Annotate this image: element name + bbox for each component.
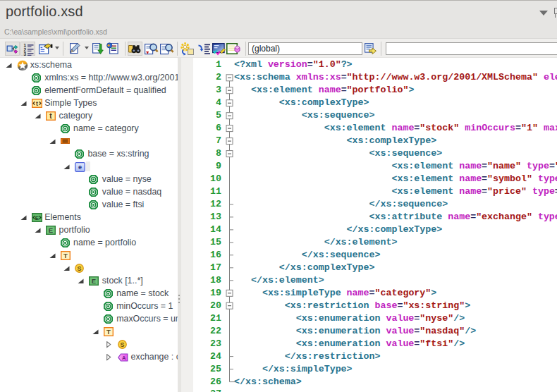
svg-text:e: e	[78, 164, 82, 171]
svg-text:t: t	[36, 100, 38, 107]
svg-text:E: E	[35, 215, 39, 221]
svg-text:T: T	[63, 252, 68, 259]
svg-text:E: E	[92, 277, 96, 285]
svg-text:T: T	[106, 328, 111, 336]
svg-text:S: S	[121, 341, 125, 348]
svg-text:E: E	[49, 226, 53, 234]
svg-text:3: 3	[23, 51, 26, 56]
svg-text:S: S	[77, 265, 81, 272]
svg-text:A: A	[122, 355, 126, 361]
